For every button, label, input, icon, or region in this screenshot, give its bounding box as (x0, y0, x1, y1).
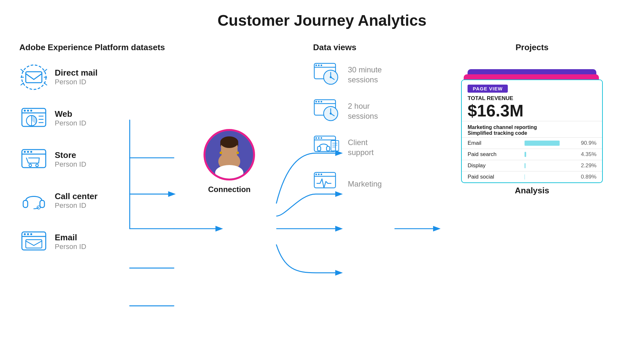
svg-line-5 (44, 69, 47, 72)
projects-stack: PAGE VIEW TOTAL REVENUE $16.3M Marketing… (461, 69, 603, 175)
svg-point-55 (318, 101, 320, 102)
web-text: Web Person ID (55, 109, 86, 127)
channel-bar (522, 149, 562, 160)
channel-pct: 4.35% (562, 149, 602, 160)
callcenter-text: Call center Person ID (55, 191, 98, 210)
channel-name: Paid search (462, 149, 522, 160)
dataviews-header: Data views (313, 42, 429, 53)
datasets-column: Adobe Experience Platform datasets (19, 39, 165, 269)
svg-point-31 (27, 233, 29, 235)
svg-rect-68 (331, 141, 339, 151)
email-icon (19, 227, 48, 256)
channel-name: Paid social (462, 171, 522, 182)
callcenter-icon (19, 186, 48, 215)
channel-bar (522, 171, 562, 182)
connection-label: Connection (208, 185, 251, 194)
channel-bar (522, 137, 562, 149)
analysis-label: Analysis (515, 186, 549, 196)
svg-point-10 (24, 110, 26, 112)
table-header: Marketing channel reporting Simplified t… (462, 121, 602, 137)
svg-point-45 (316, 64, 317, 66)
dataview-30min: 30 minute sessions (313, 63, 382, 87)
page-title: Customer Journey Analytics (0, 0, 644, 39)
dataview-client-support-text: Client support (348, 137, 374, 157)
svg-point-30 (24, 233, 26, 235)
revenue-label: TOTAL REVENUE (468, 95, 596, 102)
svg-point-22 (30, 151, 32, 153)
card-main: PAGE VIEW TOTAL REVENUE $16.3M Marketing… (461, 79, 603, 183)
dataview-2hour: 2 hour sessions (313, 99, 378, 123)
svg-point-40 (220, 152, 222, 154)
dataview-30min-text: 30 minute sessions (348, 65, 382, 85)
svg-point-41 (236, 152, 239, 154)
svg-rect-67 (327, 146, 330, 151)
connection-column: Connection (184, 39, 274, 194)
channel-bar (522, 160, 562, 171)
svg-rect-25 (23, 200, 28, 207)
projects-column: Projects PAGE VIEW TOTAL REVENUE $16.3M … (455, 39, 609, 196)
svg-rect-66 (317, 146, 321, 151)
dataset-callcenter: Call center Person ID (19, 186, 98, 215)
dataview-2hour-text: 2 hour sessions (348, 101, 378, 121)
svg-line-2 (21, 69, 24, 72)
svg-point-65 (321, 137, 322, 139)
pageview-badge: PAGE VIEW (468, 85, 508, 93)
dataview-marketing: Marketing (313, 172, 382, 196)
svg-point-24 (36, 164, 38, 167)
projects-header: Projects (455, 42, 609, 53)
direct-mail-text: Direct mail Person ID (55, 68, 98, 86)
svg-point-46 (318, 64, 320, 66)
direct-mail-icon (19, 63, 48, 92)
svg-point-39 (220, 136, 238, 148)
svg-point-12 (30, 110, 32, 112)
connection-avatar (204, 129, 255, 180)
svg-rect-26 (40, 200, 44, 207)
dataset-web: Web Person ID (19, 104, 86, 133)
channel-name: Display (462, 160, 522, 171)
svg-point-32 (30, 233, 32, 235)
channel-pct: 0.89% (562, 171, 602, 182)
svg-point-64 (318, 137, 320, 139)
svg-point-76 (321, 173, 322, 175)
svg-rect-1 (26, 72, 42, 83)
store-text: Store Person ID (55, 150, 86, 169)
channel-table: Email 90.9% Paid search 4.35% Display 2.… (462, 137, 602, 182)
channel-name: Email (462, 137, 522, 149)
dataviews-column: Data views 30 minute sessions (313, 39, 429, 208)
svg-point-23 (29, 164, 32, 167)
svg-line-7 (44, 83, 47, 85)
channel-pct: 2.29% (562, 160, 602, 171)
web-icon (19, 104, 48, 133)
svg-point-63 (316, 137, 317, 139)
datasets-header: Adobe Experience Platform datasets (19, 42, 165, 53)
svg-point-74 (316, 173, 317, 175)
svg-point-56 (321, 101, 322, 102)
svg-rect-33 (26, 240, 42, 248)
svg-point-20 (24, 151, 26, 153)
svg-point-54 (316, 101, 317, 102)
dataview-client-support: Client support (313, 135, 374, 160)
svg-point-21 (27, 151, 29, 153)
dataset-email: Email Person ID (19, 227, 86, 256)
dataview-marketing-text: Marketing (348, 179, 382, 189)
svg-point-75 (318, 173, 320, 175)
email-text: Email Person ID (55, 233, 86, 251)
dataset-store: Store Person ID (19, 145, 86, 174)
store-icon (19, 145, 48, 174)
revenue-value: $16.3M (468, 102, 596, 119)
svg-point-47 (321, 64, 322, 66)
channel-pct: 90.9% (562, 137, 602, 149)
svg-point-0 (22, 65, 46, 89)
dataset-direct-mail: Direct mail Person ID (19, 63, 98, 92)
svg-point-11 (27, 110, 29, 112)
